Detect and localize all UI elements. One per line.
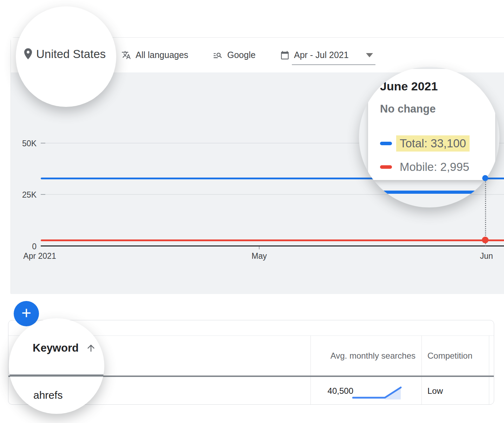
add-keywords-fab[interactable]: + [14, 301, 39, 326]
total-legend-dash-icon [380, 142, 392, 145]
tooltip-magnifier-circle: June 2021 No change Total: 33,100 Mobile… [359, 67, 499, 207]
column-header-competition[interactable]: Competition [427, 336, 472, 376]
x-tick-label-jun: Jun [480, 251, 493, 261]
keyword-cell[interactable]: ahrefs [33, 389, 63, 401]
network-filter-button[interactable]: Google [213, 38, 256, 72]
location-filter-label[interactable]: United States [36, 47, 106, 61]
tooltip-change-status: No change [380, 103, 436, 115]
tooltip-total-row: Total: 33,100 [380, 135, 470, 152]
total-data-point-jun[interactable] [482, 175, 488, 181]
x-tick-label-apr: Apr 2021 [23, 251, 56, 261]
competition-cell: Low [427, 377, 443, 405]
keyword-magnifier-circle: Keyword ahrefs [9, 318, 104, 414]
search-network-icon [213, 50, 223, 60]
chevron-down-icon [366, 53, 373, 57]
date-range-underline [292, 64, 375, 65]
chart-tooltip: June 2021 No change Total: 33,100 Mobile… [368, 69, 495, 180]
gridtick-50k [41, 143, 45, 143]
mobile-series-line [41, 239, 504, 241]
tooltip-month-title: June 2021 [380, 79, 438, 93]
calendar-icon [280, 51, 289, 60]
sort-ascending-arrow-icon [86, 343, 96, 353]
magnified-header-separator [9, 374, 104, 377]
x-tick-label-may: May [251, 251, 267, 261]
mobile-data-point-jun[interactable] [482, 237, 489, 243]
x-tick-may [259, 246, 260, 249]
language-filter-button[interactable]: All languages [122, 38, 188, 72]
location-magnifier-circle: United States [16, 6, 116, 107]
location-pin-icon [21, 47, 35, 60]
tooltip-total-value: Total: 33,100 [396, 135, 470, 152]
tooltip-mobile-row: Mobile: 2,995 [380, 159, 473, 175]
network-filter-label: Google [227, 50, 256, 60]
column-divider [421, 335, 422, 404]
y-tick-label-0: 0 [11, 242, 37, 251]
y-tick-label-25k: 25K [11, 190, 37, 200]
x-axis-line [41, 245, 504, 246]
date-range-selector[interactable]: Apr - Jul 2021 [280, 38, 373, 72]
mobile-legend-dash-icon [380, 165, 392, 169]
y-tick-label-50k: 50K [11, 139, 37, 148]
gridtick-25k [41, 194, 45, 195]
date-range-label: Apr - Jul 2021 [294, 50, 349, 60]
avg-monthly-searches-cell: 40,500 [254, 377, 353, 405]
column-header-keyword[interactable]: Keyword [33, 341, 96, 355]
column-header-avg-monthly-searches[interactable]: Avg. monthly searches [310, 336, 421, 376]
keyword-planner-screen: All languages Google Apr - Jul 2021 [0, 0, 504, 423]
column-divider [489, 335, 489, 404]
plus-icon: + [21, 305, 31, 321]
translate-icon [122, 50, 131, 60]
tooltip-mobile-value: Mobile: 2,995 [396, 159, 473, 175]
search-trend-sparkline-icon [352, 385, 404, 401]
language-filter-label: All languages [136, 50, 188, 60]
